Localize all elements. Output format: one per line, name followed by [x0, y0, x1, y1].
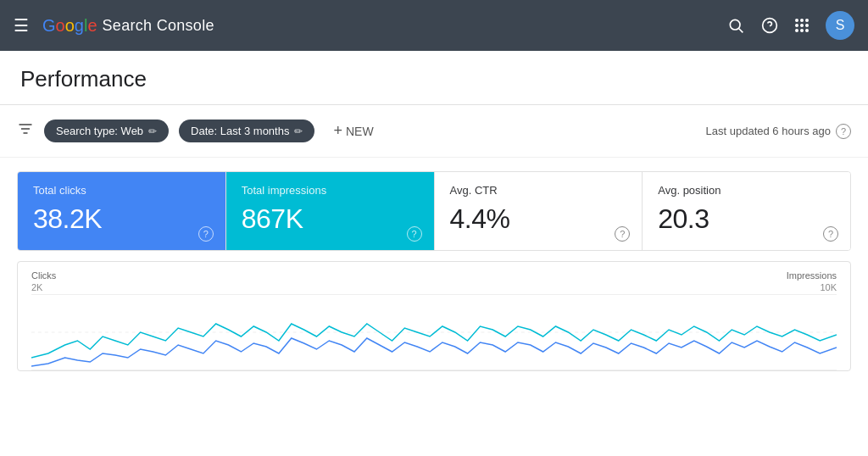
header: ☰ Google Search Console [0, 0, 868, 51]
new-label: NEW [346, 125, 374, 138]
total-impressions-label: Total impressions [242, 184, 419, 197]
last-updated-text: Last updated 6 hours ago [706, 125, 831, 137]
metric-avg-position[interactable]: Avg. position 20.3 ? [643, 172, 850, 250]
search-type-chip[interactable]: Search type: Web ✏ [44, 120, 169, 142]
avg-position-value: 20.3 [658, 203, 835, 235]
avatar[interactable]: S [826, 11, 854, 40]
chart-section: Clicks Impressions 2K 10K [0, 251, 868, 371]
page-title-area: Performance [0, 51, 868, 105]
avg-ctr-value: 4.4% [450, 203, 627, 235]
search-icon[interactable] [727, 17, 744, 34]
chart-axis-labels: Clicks Impressions [31, 270, 837, 281]
avg-ctr-help-icon[interactable]: ? [615, 226, 630, 242]
apps-icon[interactable] [795, 19, 809, 32]
date-label: Date: Last 3 months [191, 125, 289, 137]
header-right: S [727, 11, 854, 40]
chart-right-axis-label: Impressions [787, 270, 837, 281]
metrics-section: Total clicks 38.2K ? Total impressions 8… [0, 158, 868, 251]
total-clicks-label: Total clicks [33, 184, 210, 197]
filter-icon[interactable] [17, 120, 34, 142]
total-clicks-help-icon[interactable]: ? [198, 226, 214, 242]
plus-icon: + [333, 122, 342, 140]
impressions-line [31, 324, 837, 358]
svg-line-1 [739, 29, 743, 33]
product-name: Search Console [103, 17, 214, 35]
total-clicks-value: 38.2K [33, 203, 210, 235]
chart-svg [31, 294, 837, 370]
hamburger-icon[interactable]: ☰ [14, 15, 29, 36]
help-icon[interactable] [761, 17, 778, 34]
metric-total-impressions[interactable]: Total impressions 867K ? [226, 172, 435, 250]
avg-position-label: Avg. position [658, 184, 835, 197]
chart-right-scale: 10K [820, 282, 837, 292]
metrics-cards: Total clicks 38.2K ? Total impressions 8… [17, 171, 851, 251]
date-chip[interactable]: Date: Last 3 months ✏ [179, 120, 314, 142]
last-updated: Last updated 6 hours ago ? [706, 124, 851, 139]
metric-avg-ctr[interactable]: Avg. CTR 4.4% ? [435, 172, 643, 250]
header-left: ☰ Google Search Console [14, 15, 214, 36]
total-impressions-value: 867K [242, 203, 419, 235]
avg-position-help-icon[interactable]: ? [823, 226, 838, 242]
filters-bar: Search type: Web ✏ Date: Last 3 months ✏… [0, 105, 868, 158]
google-logo-text: Google [42, 16, 97, 36]
metric-total-clicks[interactable]: Total clicks 38.2K ? [18, 172, 226, 250]
avg-ctr-label: Avg. CTR [450, 184, 627, 197]
total-impressions-help-icon[interactable]: ? [407, 226, 422, 242]
page-title: Performance [20, 66, 848, 92]
chart-left-axis-label: Clicks [31, 270, 56, 281]
chart-left-scale: 2K [31, 282, 42, 292]
header-logo: Google Search Console [42, 16, 214, 36]
search-type-label: Search type: Web [56, 125, 143, 137]
svg-point-0 [730, 19, 740, 30]
clicks-line [31, 338, 837, 366]
new-button[interactable]: + NEW [325, 117, 381, 145]
apps-grid [795, 19, 809, 32]
search-type-edit-icon: ✏ [148, 125, 157, 137]
date-edit-icon: ✏ [294, 125, 303, 137]
last-updated-help-icon[interactable]: ? [836, 124, 851, 139]
chart-container: Clicks Impressions 2K 10K [17, 261, 851, 371]
